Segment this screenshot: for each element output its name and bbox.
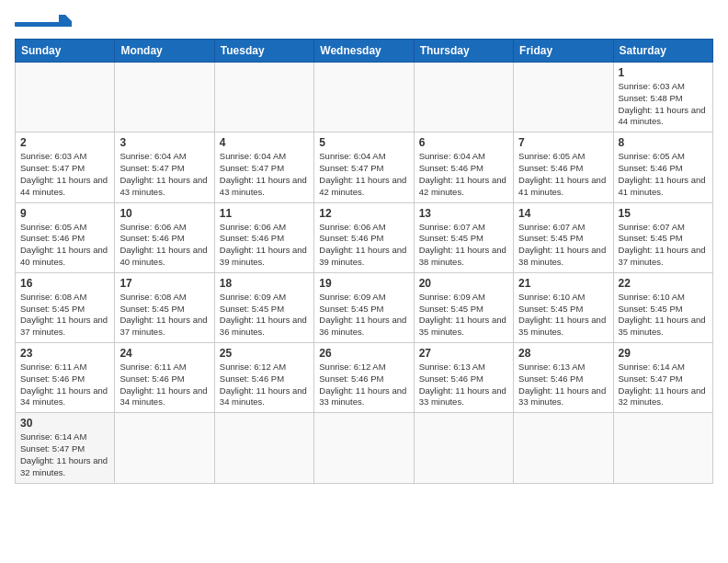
day-number: 23 <box>20 347 109 360</box>
calendar-day-cell: 8Sunrise: 6:05 AM Sunset: 5:46 PM Daylig… <box>613 132 712 202</box>
logo-icon <box>15 15 72 31</box>
calendar-day-cell: 3Sunrise: 6:04 AM Sunset: 5:47 PM Daylig… <box>115 132 214 202</box>
day-info: Sunrise: 6:08 AM Sunset: 5:45 PM Dayligh… <box>20 292 109 339</box>
day-number: 6 <box>419 136 508 149</box>
day-number: 20 <box>419 277 508 290</box>
day-info: Sunrise: 6:09 AM Sunset: 5:45 PM Dayligh… <box>419 292 508 339</box>
calendar-day-cell: 9Sunrise: 6:05 AM Sunset: 5:46 PM Daylig… <box>16 202 115 272</box>
day-info: Sunrise: 6:09 AM Sunset: 5:45 PM Dayligh… <box>220 292 309 339</box>
calendar-day-cell <box>115 413 214 483</box>
calendar-day-cell: 11Sunrise: 6:06 AM Sunset: 5:46 PM Dayli… <box>214 202 313 272</box>
day-info: Sunrise: 6:08 AM Sunset: 5:45 PM Dayligh… <box>119 292 209 339</box>
calendar-table: SundayMondayTuesdayWednesdayThursdayFrid… <box>15 39 713 484</box>
calendar-day-cell: 22Sunrise: 6:10 AM Sunset: 5:45 PM Dayli… <box>613 272 712 342</box>
day-number: 17 <box>119 277 209 290</box>
weekday-header: Sunday <box>16 40 115 63</box>
day-number: 11 <box>220 207 309 220</box>
calendar-week-row: 16Sunrise: 6:08 AM Sunset: 5:45 PM Dayli… <box>16 272 713 342</box>
calendar-day-cell: 24Sunrise: 6:11 AM Sunset: 5:46 PM Dayli… <box>115 343 214 413</box>
weekday-header: Tuesday <box>214 40 313 63</box>
calendar-day-cell: 1Sunrise: 6:03 AM Sunset: 5:48 PM Daylig… <box>613 63 712 132</box>
calendar-day-cell <box>613 413 712 483</box>
day-number: 1 <box>619 66 708 79</box>
day-info: Sunrise: 6:06 AM Sunset: 5:46 PM Dayligh… <box>319 222 408 269</box>
calendar-week-row: 2Sunrise: 6:03 AM Sunset: 5:47 PM Daylig… <box>16 132 713 202</box>
day-number: 19 <box>319 277 408 290</box>
day-info: Sunrise: 6:03 AM Sunset: 5:47 PM Dayligh… <box>20 151 109 198</box>
calendar-day-cell <box>214 413 313 483</box>
day-info: Sunrise: 6:11 AM Sunset: 5:46 PM Dayligh… <box>119 362 209 408</box>
day-info: Sunrise: 6:12 AM Sunset: 5:46 PM Dayligh… <box>220 362 309 408</box>
day-number: 2 <box>20 136 109 149</box>
calendar-week-row: 23Sunrise: 6:11 AM Sunset: 5:46 PM Dayli… <box>16 343 713 413</box>
day-info: Sunrise: 6:07 AM Sunset: 5:45 PM Dayligh… <box>419 222 508 269</box>
day-number: 12 <box>319 207 408 220</box>
day-info: Sunrise: 6:05 AM Sunset: 5:46 PM Dayligh… <box>20 222 109 269</box>
calendar-day-cell: 2Sunrise: 6:03 AM Sunset: 5:47 PM Daylig… <box>16 132 115 202</box>
calendar-day-cell <box>214 63 313 132</box>
day-number: 15 <box>619 207 708 220</box>
day-number: 4 <box>220 136 309 149</box>
day-number: 7 <box>518 136 608 149</box>
calendar-day-cell: 10Sunrise: 6:06 AM Sunset: 5:46 PM Dayli… <box>115 202 214 272</box>
day-number: 5 <box>319 136 408 149</box>
weekday-header: Thursday <box>414 40 513 63</box>
calendar-day-cell: 13Sunrise: 6:07 AM Sunset: 5:45 PM Dayli… <box>414 202 513 272</box>
day-number: 13 <box>419 207 508 220</box>
calendar-day-cell: 15Sunrise: 6:07 AM Sunset: 5:45 PM Dayli… <box>613 202 712 272</box>
day-info: Sunrise: 6:13 AM Sunset: 5:46 PM Dayligh… <box>518 362 608 408</box>
calendar-day-cell <box>115 63 214 132</box>
day-number: 30 <box>20 417 109 430</box>
day-info: Sunrise: 6:06 AM Sunset: 5:46 PM Dayligh… <box>119 222 209 269</box>
calendar-day-cell: 12Sunrise: 6:06 AM Sunset: 5:46 PM Dayli… <box>314 202 414 272</box>
day-info: Sunrise: 6:03 AM Sunset: 5:48 PM Dayligh… <box>619 81 708 128</box>
logo <box>15 15 72 31</box>
calendar-day-cell: 5Sunrise: 6:04 AM Sunset: 5:47 PM Daylig… <box>314 132 414 202</box>
calendar-day-cell: 6Sunrise: 6:04 AM Sunset: 5:46 PM Daylig… <box>414 132 513 202</box>
calendar-day-cell: 28Sunrise: 6:13 AM Sunset: 5:46 PM Dayli… <box>514 343 613 413</box>
day-info: Sunrise: 6:04 AM Sunset: 5:47 PM Dayligh… <box>220 151 309 198</box>
day-info: Sunrise: 6:12 AM Sunset: 5:46 PM Dayligh… <box>319 362 408 408</box>
day-number: 8 <box>619 136 708 149</box>
day-info: Sunrise: 6:05 AM Sunset: 5:46 PM Dayligh… <box>518 151 608 198</box>
day-number: 9 <box>20 207 109 220</box>
day-number: 21 <box>518 277 608 290</box>
weekday-header: Wednesday <box>314 40 414 63</box>
calendar-day-cell: 20Sunrise: 6:09 AM Sunset: 5:45 PM Dayli… <box>414 272 513 342</box>
day-number: 22 <box>619 277 708 290</box>
day-number: 26 <box>319 347 408 360</box>
day-number: 18 <box>220 277 309 290</box>
calendar-week-row: 1Sunrise: 6:03 AM Sunset: 5:48 PM Daylig… <box>16 63 713 132</box>
weekday-header: Friday <box>514 40 613 63</box>
calendar-day-cell: 23Sunrise: 6:11 AM Sunset: 5:46 PM Dayli… <box>16 343 115 413</box>
day-number: 3 <box>119 136 209 149</box>
day-number: 28 <box>518 347 608 360</box>
calendar-day-cell: 16Sunrise: 6:08 AM Sunset: 5:45 PM Dayli… <box>16 272 115 342</box>
day-number: 16 <box>20 277 109 290</box>
page-header <box>15 15 713 31</box>
day-info: Sunrise: 6:10 AM Sunset: 5:45 PM Dayligh… <box>619 292 708 339</box>
calendar-day-cell: 21Sunrise: 6:10 AM Sunset: 5:45 PM Dayli… <box>514 272 613 342</box>
calendar-day-cell: 4Sunrise: 6:04 AM Sunset: 5:47 PM Daylig… <box>214 132 313 202</box>
day-number: 29 <box>619 347 708 360</box>
day-number: 14 <box>518 207 608 220</box>
calendar-day-cell: 30Sunrise: 6:14 AM Sunset: 5:47 PM Dayli… <box>16 413 115 483</box>
calendar-day-cell: 26Sunrise: 6:12 AM Sunset: 5:46 PM Dayli… <box>314 343 414 413</box>
calendar-day-cell: 25Sunrise: 6:12 AM Sunset: 5:46 PM Dayli… <box>214 343 313 413</box>
day-info: Sunrise: 6:09 AM Sunset: 5:45 PM Dayligh… <box>319 292 408 339</box>
calendar-day-cell: 14Sunrise: 6:07 AM Sunset: 5:45 PM Dayli… <box>514 202 613 272</box>
calendar-day-cell <box>414 413 513 483</box>
day-info: Sunrise: 6:14 AM Sunset: 5:47 PM Dayligh… <box>619 362 708 408</box>
day-info: Sunrise: 6:10 AM Sunset: 5:45 PM Dayligh… <box>518 292 608 339</box>
weekday-header: Saturday <box>613 40 712 63</box>
calendar-header-row: SundayMondayTuesdayWednesdayThursdayFrid… <box>16 40 713 63</box>
day-info: Sunrise: 6:11 AM Sunset: 5:46 PM Dayligh… <box>20 362 109 408</box>
calendar-day-cell <box>314 413 414 483</box>
day-number: 24 <box>119 347 209 360</box>
calendar-week-row: 9Sunrise: 6:05 AM Sunset: 5:46 PM Daylig… <box>16 202 713 272</box>
day-info: Sunrise: 6:04 AM Sunset: 5:47 PM Dayligh… <box>119 151 209 198</box>
day-info: Sunrise: 6:06 AM Sunset: 5:46 PM Dayligh… <box>220 222 309 269</box>
calendar-day-cell: 17Sunrise: 6:08 AM Sunset: 5:45 PM Dayli… <box>115 272 214 342</box>
weekday-header: Monday <box>115 40 214 63</box>
day-info: Sunrise: 6:14 AM Sunset: 5:47 PM Dayligh… <box>20 431 109 478</box>
